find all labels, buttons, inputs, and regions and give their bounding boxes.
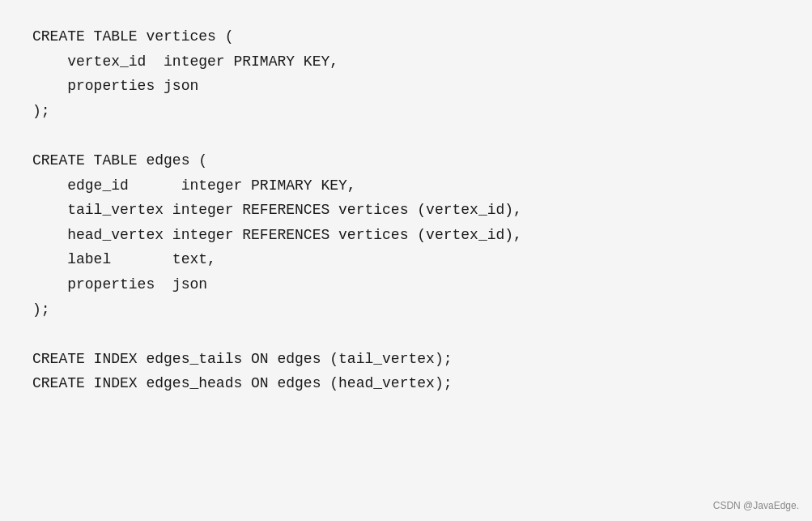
code-container: CREATE TABLE vertices ( vertex_id intege… — [0, 0, 812, 521]
watermark: CSDN @JavaEdge. — [713, 500, 799, 511]
code-block: CREATE TABLE vertices ( vertex_id intege… — [32, 24, 780, 396]
